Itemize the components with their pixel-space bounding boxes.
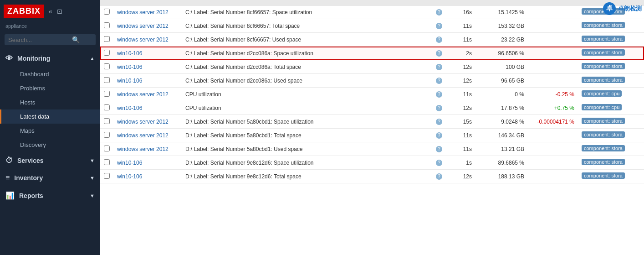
top-scroll-area	[100, 0, 644, 5]
host-cell[interactable]: windows server 2012	[113, 88, 182, 101]
reports-label: Reports	[19, 192, 43, 199]
interval-cell: 12s	[446, 60, 475, 74]
host-cell[interactable]: windows server 2012	[113, 115, 182, 129]
row-checkbox[interactable]	[100, 142, 113, 156]
table-container[interactable]: windows server 2012C:\ Label: Serial Num…	[100, 5, 644, 255]
host-cell[interactable]: win10-106	[113, 60, 182, 74]
tags-cell: component: stora	[578, 47, 644, 60]
name-cell: CPU utilization	[182, 101, 430, 115]
host-cell[interactable]: win10-106	[113, 74, 182, 88]
help-cell[interactable]: ?	[430, 60, 446, 74]
help-cell[interactable]: ?	[430, 129, 446, 142]
value-cell: 96.6506 %	[475, 47, 528, 60]
host-cell[interactable]: win10-106	[113, 170, 182, 183]
data-table: windows server 2012C:\ Label: Serial Num…	[100, 5, 644, 183]
row-checkbox[interactable]	[100, 47, 113, 60]
watermark: 卓 卓朗检测	[603, 2, 642, 15]
change-cell: -0.25 %	[528, 88, 578, 101]
host-cell[interactable]: windows server 2012	[113, 5, 182, 19]
row-checkbox[interactable]	[100, 5, 113, 19]
row-checkbox[interactable]	[100, 33, 113, 47]
nav-reports[interactable]: 📊 Reports ▼	[0, 187, 100, 204]
sidebar-item-problems[interactable]: Problems	[0, 81, 100, 95]
name-cell: D:\ Label: Serial Number 5a80cbd1: Space…	[182, 115, 430, 129]
collapse-icon[interactable]: «	[48, 7, 53, 16]
nav-monitoring[interactable]: 👁 Monitoring ▲	[0, 50, 100, 67]
name-cell: D:\ Label: Serial Number 9e8c12d6: Total…	[182, 170, 430, 183]
help-cell[interactable]: ?	[430, 47, 446, 60]
value-cell: 13.21 GB	[475, 142, 528, 156]
name-cell: D:\ Label: Serial Number 9e8c12d6: Space…	[182, 156, 430, 170]
row-checkbox[interactable]	[100, 129, 113, 142]
help-cell[interactable]: ?	[430, 101, 446, 115]
help-cell[interactable]: ?	[430, 156, 446, 170]
help-cell[interactable]: ?	[430, 74, 446, 88]
tags-cell: component: stora	[578, 19, 644, 33]
row-checkbox[interactable]	[100, 88, 113, 101]
value-cell: 15.1425 %	[475, 5, 528, 19]
host-cell[interactable]: windows server 2012	[113, 19, 182, 33]
search-input[interactable]	[8, 36, 72, 43]
monitoring-arrow: ▲	[90, 56, 95, 61]
change-cell	[528, 142, 578, 156]
row-checkbox[interactable]	[100, 101, 113, 115]
sidebar-header: ZABBIX « ⊡	[0, 0, 100, 22]
watermark-icon: 卓	[603, 2, 616, 15]
change-cell	[528, 170, 578, 183]
host-cell[interactable]: windows server 2012	[113, 33, 182, 47]
help-cell[interactable]: ?	[430, 115, 446, 129]
sidebar-item-latest-data[interactable]: Latest data	[0, 109, 100, 124]
table-row: windows server 2012D:\ Label: Serial Num…	[100, 142, 644, 156]
name-cell: C:\ Label: Serial Number d2cc086a: Space…	[182, 47, 430, 60]
host-cell[interactable]: windows server 2012	[113, 142, 182, 156]
help-cell[interactable]: ?	[430, 33, 446, 47]
sidebar-item-hosts[interactable]: Hosts	[0, 95, 100, 109]
search-icon[interactable]: 🔍	[72, 36, 80, 43]
value-cell: 89.6865 %	[475, 156, 528, 170]
row-checkbox[interactable]	[100, 115, 113, 129]
name-cell: D:\ Label: Serial Number 5a80cbd1: Used …	[182, 142, 430, 156]
tags-cell: component: cpu	[578, 101, 644, 115]
interval-cell: 12s	[446, 74, 475, 88]
reports-arrow: ▼	[90, 193, 95, 198]
name-cell: CPU utilization	[182, 88, 430, 101]
row-checkbox[interactable]	[100, 19, 113, 33]
help-cell[interactable]: ?	[430, 142, 446, 156]
value-cell: 100 GB	[475, 60, 528, 74]
row-checkbox[interactable]	[100, 60, 113, 74]
value-cell: 146.34 GB	[475, 129, 528, 142]
value-cell: 188.13 GB	[475, 170, 528, 183]
monitoring-icon: 👁	[5, 54, 13, 62]
help-cell[interactable]: ?	[430, 19, 446, 33]
host-cell[interactable]: win10-106	[113, 156, 182, 170]
table-row: windows server 2012C:\ Label: Serial Num…	[100, 33, 644, 47]
nav-services[interactable]: ⏱ Services ▼	[0, 152, 100, 169]
value-cell: 0 %	[475, 88, 528, 101]
help-cell[interactable]: ?	[430, 88, 446, 101]
change-cell	[528, 129, 578, 142]
host-cell[interactable]: windows server 2012	[113, 129, 182, 142]
change-cell	[528, 19, 578, 33]
help-cell[interactable]: ?	[430, 170, 446, 183]
inventory-icon: ≡	[5, 174, 10, 182]
table-row: windows server 2012C:\ Label: Serial Num…	[100, 19, 644, 33]
row-checkbox[interactable]	[100, 74, 113, 88]
sidebar-item-discovery[interactable]: Discovery	[0, 138, 100, 152]
sidebar-item-maps[interactable]: Maps	[0, 124, 100, 138]
name-cell: C:\ Label: Serial Number 8cf66657: Total…	[182, 19, 430, 33]
expand-icon[interactable]: ⊡	[56, 7, 63, 16]
tags-cell: component: cpu	[578, 88, 644, 101]
row-checkbox[interactable]	[100, 170, 113, 183]
host-cell[interactable]: win10-106	[113, 101, 182, 115]
tags-cell: component: stora	[578, 60, 644, 74]
row-checkbox[interactable]	[100, 156, 113, 170]
host-cell[interactable]: win10-106	[113, 47, 182, 60]
help-cell[interactable]: ?	[430, 5, 446, 19]
value-cell: 23.22 GB	[475, 33, 528, 47]
name-cell: C:\ Label: Serial Number d2cc086a: Used …	[182, 74, 430, 88]
inventory-label: Inventory	[14, 174, 43, 182]
nav-inventory[interactable]: ≡ Inventory ▼	[0, 169, 100, 187]
table-row: windows server 2012CPU utilization?11s0 …	[100, 88, 644, 101]
table-row: win10-106D:\ Label: Serial Number 9e8c12…	[100, 170, 644, 183]
sidebar-item-dashboard[interactable]: Dashboard	[0, 67, 100, 81]
